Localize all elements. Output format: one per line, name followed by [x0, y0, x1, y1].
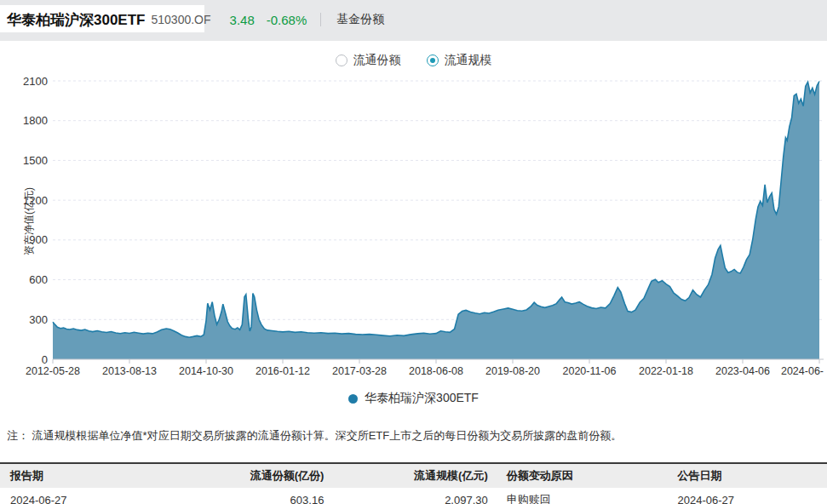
- cell-change-reason: 申购赎回: [495, 488, 671, 504]
- svg-text:2024-06-: 2024-06-: [781, 365, 824, 377]
- y-axis-title: 资产净值(亿元): [23, 187, 35, 255]
- radio-circulating-share-label: 流通份额: [353, 53, 401, 68]
- table-row: 2024-06-27 603.16 2,097.30 申购赎回 2024-06-…: [0, 488, 827, 504]
- radio-circulating-scale[interactable]: 流通规模: [427, 53, 492, 68]
- header-divider: [320, 13, 321, 26]
- cell-circulating-scale: 2,097.30: [330, 488, 494, 504]
- col-header-change-reason: 份额变动原因: [495, 463, 671, 488]
- radio-circulating-scale-label: 流通规模: [445, 53, 492, 68]
- svg-text:2100: 2100: [23, 75, 48, 88]
- area-chart: 03006009001200150018002100 2012-05-28201…: [0, 75, 827, 383]
- svg-text:2012-05-28: 2012-05-28: [26, 365, 80, 377]
- cell-circulating-share: 603.16: [167, 488, 330, 504]
- fund-change-percent: -0.68%: [267, 13, 307, 27]
- col-header-report-date: 报告期: [0, 463, 167, 488]
- radio-circulating-share[interactable]: 流通份额: [336, 53, 401, 68]
- svg-text:2013-08-13: 2013-08-13: [102, 365, 157, 377]
- fund-share-page: 华泰柏瑞沪深300ETF 510300.OF 3.48 -0.68% 基金份额 …: [0, 0, 827, 504]
- chart-canvas: 03006009001200150018002100 2012-05-28201…: [0, 75, 827, 383]
- svg-text:2016-01-12: 2016-01-12: [256, 365, 310, 377]
- svg-text:2018-06-08: 2018-06-08: [409, 365, 463, 377]
- svg-text:2017-03-28: 2017-03-28: [332, 365, 387, 377]
- cell-announce-date: 2024-06-27: [670, 488, 827, 504]
- col-header-announce-date: 公告日期: [670, 463, 827, 488]
- svg-text:2022-01-18: 2022-01-18: [639, 365, 693, 377]
- svg-text:1500: 1500: [23, 154, 48, 167]
- svg-text:2014-10-30: 2014-10-30: [179, 365, 233, 377]
- svg-text:0: 0: [42, 353, 48, 366]
- svg-text:600: 600: [29, 273, 48, 286]
- col-header-circulating-scale: 流通规模(亿元): [330, 463, 494, 488]
- top-bar: 华泰柏瑞沪深300ETF 510300.OF 3.48 -0.68% 基金份额: [0, 0, 827, 41]
- x-axis-ticks: [53, 359, 819, 364]
- svg-text:2023-04-06: 2023-04-06: [715, 365, 770, 377]
- tab-fund-share[interactable]: 基金份额: [336, 12, 384, 27]
- fund-code: 510300.OF: [151, 13, 210, 26]
- svg-text:2020-11-06: 2020-11-06: [562, 365, 616, 377]
- svg-text:2019-08-20: 2019-08-20: [485, 365, 540, 377]
- share-history-table: 报告期 流通份额(亿份) 流通规模(亿元) 份额变动原因 公告日期 2024-0…: [0, 462, 827, 504]
- radio-selected-icon[interactable]: [427, 54, 439, 66]
- legend-dot-icon: [348, 394, 358, 404]
- col-header-circulating-share: 流通份额(亿份): [167, 463, 330, 488]
- svg-text:300: 300: [29, 313, 48, 326]
- x-axis-labels: 2012-05-282013-08-132014-10-302016-01-12…: [26, 365, 824, 377]
- svg-text:1800: 1800: [23, 114, 48, 127]
- fund-price: 3.48: [230, 13, 255, 27]
- footnote: 注： 流通规模根据单位净值*对应日期交易所披露的流通份额计算。深交所ETF上市之…: [7, 428, 820, 444]
- radio-unselected-icon[interactable]: [336, 54, 347, 66]
- cell-report-date: 2024-06-27: [0, 488, 167, 504]
- chart-legend[interactable]: 华泰柏瑞沪深300ETF: [0, 391, 827, 406]
- gridlines: [53, 81, 822, 319]
- table-header-row: 报告期 流通份额(亿份) 流通规模(亿元) 份额变动原因 公告日期: [0, 463, 827, 488]
- area-series-fill: [53, 82, 819, 360]
- series-toggle-group: 流通份额 流通规模: [0, 53, 827, 68]
- legend-label: 华泰柏瑞沪深300ETF: [365, 391, 479, 406]
- fund-name: 华泰柏瑞沪深300ETF: [7, 10, 145, 30]
